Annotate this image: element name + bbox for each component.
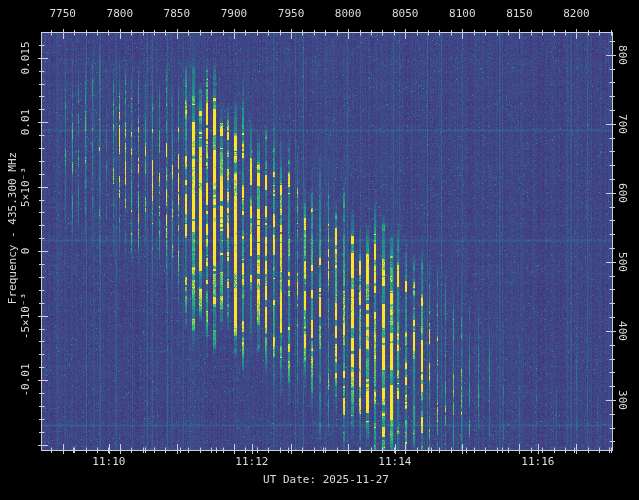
bottom-axis-tick-label: 11:10 <box>92 456 125 467</box>
left-axis-title: Frequency - 435.300 MHz <box>7 151 18 303</box>
right-axis-tick-label: 500 <box>617 252 628 272</box>
top-axis-tick-label: 8050 <box>392 8 419 19</box>
top-axis-tick-label: 8150 <box>506 8 533 19</box>
top-axis-tick-label: 8100 <box>449 8 476 19</box>
right-axis-tick-label: 700 <box>617 114 628 134</box>
left-axis-tick-label: 5×10⁻³ <box>20 167 31 207</box>
bottom-date-label: UT Date: 2025-11-27 <box>263 474 389 485</box>
spectrogram-plot-canvas <box>0 0 639 500</box>
left-axis-tick-label: 0.015 <box>20 41 31 74</box>
top-axis-tick-label: 7850 <box>164 8 191 19</box>
top-axis-tick-label: 8200 <box>563 8 590 19</box>
spectrogram-window: 7750780078507900795080008050810081508200… <box>0 0 639 500</box>
left-axis-tick-label: -5×10⁻³ <box>20 292 31 338</box>
bottom-axis-tick-label: 11:14 <box>378 456 411 467</box>
top-axis-tick-label: 7750 <box>49 8 76 19</box>
left-axis-tick-label: -0.01 <box>20 364 31 397</box>
left-axis-tick-label: 0 <box>20 248 31 255</box>
right-axis-tick-label: 400 <box>617 321 628 341</box>
left-axis-tick-label: 0.01 <box>20 109 31 136</box>
right-axis-tick-label: 600 <box>617 183 628 203</box>
top-axis-tick-label: 7950 <box>278 8 305 19</box>
top-axis-tick-label: 7800 <box>107 8 134 19</box>
right-axis-tick-label: 800 <box>617 45 628 65</box>
bottom-axis-tick-label: 11:16 <box>521 456 554 467</box>
top-axis-tick-label: 7900 <box>221 8 248 19</box>
top-axis-tick-label: 8000 <box>335 8 362 19</box>
right-axis-tick-label: 300 <box>617 390 628 410</box>
bottom-axis-tick-label: 11:12 <box>235 456 268 467</box>
